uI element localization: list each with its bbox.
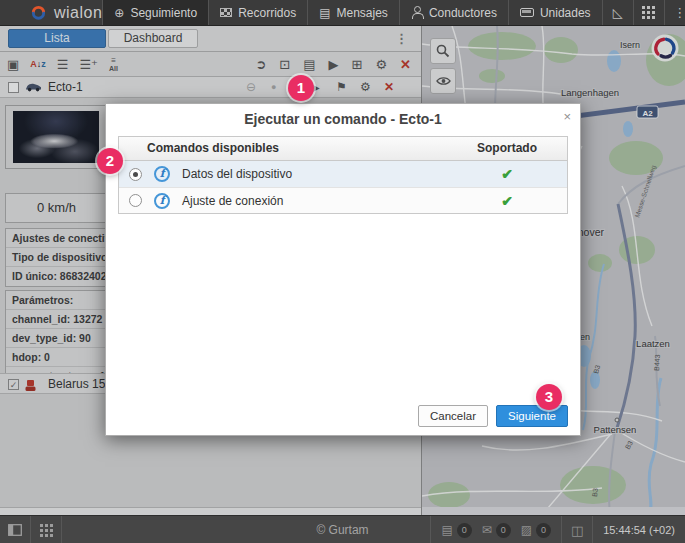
param-row: dev_type_id: 90	[6, 329, 107, 348]
unit-row-ecto1[interactable]: Ecto-1 ⊖ ● ▶ ⚑ ⚙ ✕	[0, 77, 421, 98]
unit-name: Ecto-1	[48, 77, 83, 98]
pattensen-marker	[615, 418, 619, 422]
top-nav: wialon ⊕ Seguimiento Recorridos ▤ Mensaj…	[0, 0, 685, 26]
tab-label: Mensajes	[337, 6, 388, 20]
status-bar: © Gurtam ▤ 0 ✉ 0 ▨ 0 ◫ 15:44:54 (+02)	[0, 515, 685, 543]
param-row: channel_id: 13272	[6, 310, 107, 329]
show-all-icon[interactable]: ≡All	[109, 57, 118, 72]
radio-selected[interactable]	[129, 168, 142, 181]
media-counter[interactable]: ▨ 0	[521, 523, 551, 538]
step-badge-3: 3	[536, 384, 562, 410]
connectivity-box: Ajustes de conectivida Tipo de dispositi…	[5, 228, 108, 287]
connectivity-title: Ajustes de conectivida	[6, 229, 107, 248]
map-label-langenhagen: Langenhagen	[561, 87, 619, 98]
wialon-logo: wialon	[0, 0, 102, 25]
driver-icon	[411, 6, 423, 19]
eye-icon	[436, 75, 451, 87]
media-play-icon[interactable]: ▶	[329, 58, 339, 71]
search-icon	[436, 44, 450, 58]
bottom-apps-button[interactable]	[31, 516, 62, 543]
sort-az-icon[interactable]: A↓z	[30, 60, 46, 69]
ruler-tools-button[interactable]: ◺	[602, 0, 633, 25]
command-row-device-data[interactable]: f Datos del dispositivo ✔	[119, 161, 567, 187]
remove-all-icon[interactable]: ✕	[400, 58, 411, 71]
command-row-connection-settings[interactable]: f Ajuste de conexión ✔	[119, 187, 567, 213]
step-badge-1: 1	[288, 75, 314, 101]
road-label-b443: B443	[653, 354, 661, 371]
select-mode-icon[interactable]: ▣	[7, 58, 19, 71]
apps-menu-button[interactable]	[633, 0, 664, 25]
more-menu-button[interactable]: ⋮	[664, 0, 685, 25]
commands-table-header: Comandos disponibles Soportado	[119, 137, 567, 161]
column-commands: Comandos disponibles	[119, 137, 447, 160]
command-label: Ajuste de conexión	[182, 194, 447, 208]
unit-photo-frame	[5, 105, 107, 169]
commands-table: Comandos disponibles Soportado f Datos d…	[118, 136, 568, 214]
monitoring-toolbar: ▣ A↓z ☰ ☰⁺ ≡All ➲ ⊡ ▤ ▶ ⊞ ⚙ ✕	[0, 52, 421, 77]
radio-unselected[interactable]	[129, 194, 142, 207]
tab-conductores[interactable]: Conductores	[399, 0, 508, 25]
map-label-pattensen: Pattensen	[594, 424, 637, 435]
tab-mensajes[interactable]: ▤ Mensajes	[307, 0, 399, 25]
tab-unidades[interactable]: Unidades	[508, 0, 602, 25]
mail-icon: ✉	[482, 523, 492, 537]
supported-check-icon: ✔	[447, 193, 567, 209]
notifications-counter[interactable]: ▤ 0	[441, 523, 471, 538]
tab-lista[interactable]: Lista	[8, 29, 106, 48]
wialon-swirl-icon	[30, 4, 47, 21]
map-visibility-button[interactable]	[430, 68, 456, 94]
flag-icon[interactable]: ⚑	[336, 77, 347, 98]
add-all-icon[interactable]: ☰⁺	[79, 58, 98, 71]
bus-icon	[520, 8, 534, 17]
close-icon[interactable]: ×	[563, 110, 571, 123]
svg-text:A2: A2	[642, 109, 653, 118]
dialog-title: Ejecutar un comando - Ecto-1	[106, 104, 580, 134]
kebab-menu-icon: ⋮	[673, 5, 685, 20]
panel-resize-strip[interactable]	[0, 507, 421, 515]
follow-unit-icon[interactable]: ➲	[255, 58, 266, 71]
car-icon	[25, 82, 42, 92]
unit-checkbox[interactable]	[8, 82, 19, 93]
map-label-laatzen: Laatzen	[636, 338, 670, 349]
counter-value: 0	[536, 523, 551, 538]
tab-dashboard[interactable]: Dashboard	[108, 29, 198, 48]
document-icon: ▤	[319, 6, 330, 20]
tab-label: Unidades	[540, 6, 591, 20]
unit-remove-icon[interactable]: ✕	[384, 77, 394, 98]
tab-label: Conductores	[429, 6, 497, 20]
map-search-button[interactable]	[430, 38, 456, 64]
monitor-icon[interactable]: ⊡	[279, 58, 290, 71]
cancel-button[interactable]: Cancelar	[418, 405, 488, 427]
hide-panel-button[interactable]	[0, 516, 31, 543]
road-badge-a2: A2	[637, 106, 658, 118]
gprs-command-icon: f	[154, 166, 170, 182]
checkered-flag-icon	[220, 8, 232, 17]
clock: 15:44:54 (+02)	[592, 516, 685, 543]
panel-kebab-icon[interactable]: ⋮	[395, 31, 408, 46]
layout-switch-button[interactable]: ◫	[561, 516, 592, 543]
sort-a: A	[30, 59, 37, 69]
unit-checkbox-checked[interactable]: ✓	[8, 379, 19, 390]
all-label: All	[109, 65, 118, 72]
tab-recorridos[interactable]: Recorridos	[208, 0, 307, 25]
panel-header: Lista Dashboard ⋮	[0, 26, 421, 52]
road-label-b3: B3	[591, 488, 599, 497]
params-title: Parámetros:	[6, 291, 107, 310]
unit-wrench-icon[interactable]: ⚙	[360, 77, 371, 98]
tab-seguimiento[interactable]: ⊕ Seguimiento	[102, 0, 208, 25]
list-view-icon[interactable]: ☰	[57, 58, 69, 71]
globe-icon: ⊕	[114, 6, 124, 20]
wrench-icon[interactable]: ⚙	[375, 58, 387, 71]
messages-icon[interactable]: ▤	[303, 58, 315, 71]
sort-z: z	[41, 59, 46, 69]
counters-group: ▤ 0 ✉ 0 ▨ 0	[430, 516, 561, 543]
picture-icon: ▨	[521, 523, 532, 537]
add-flag-icon[interactable]: ⊞	[352, 58, 363, 71]
messages-counter[interactable]: ✉ 0	[482, 523, 511, 538]
next-button[interactable]: Siguiente	[496, 405, 568, 427]
tractor-icon	[25, 379, 36, 392]
wialon-app: wialon ⊕ Seguimiento Recorridos ▤ Mensaj…	[0, 0, 685, 543]
command-label: Datos del dispositivo	[182, 167, 447, 181]
motion-state-icon: ⊖	[246, 77, 256, 98]
brand-name: wialon	[54, 4, 102, 22]
